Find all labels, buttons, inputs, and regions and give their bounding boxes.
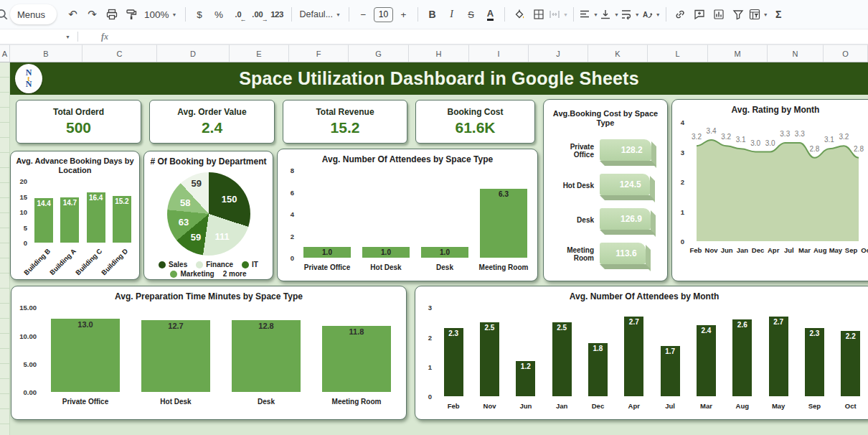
insert-comment-button[interactable] [691, 5, 709, 24]
name-box[interactable]: ▼ [0, 29, 77, 44]
bar: 1.0 [303, 247, 351, 258]
x-axis-label: Jul [784, 246, 794, 254]
bar-value-label: 2.3 [809, 329, 819, 337]
chart-advance-booking-days[interactable]: Avg. Advance Booking Days by Location 20… [10, 151, 140, 280]
x-axis-label: Dec [592, 402, 604, 410]
y-tick-label: 20 [19, 177, 27, 185]
x-axis-label: Aug [736, 402, 749, 410]
formula-input[interactable] [108, 29, 868, 44]
chart-booking-cost-by-space-type[interactable]: Avg.Booking Cost by Space Type Private O… [543, 99, 668, 281]
category-label: Private Office [548, 143, 600, 159]
column-header-N[interactable]: N [768, 45, 824, 62]
kpi-avg-order-value: Avg. Order Value 2.4 [149, 100, 275, 144]
font-size-input[interactable]: 10 [374, 7, 393, 22]
bar-row: Private Office128.2 [548, 135, 656, 167]
horizontal-align-button[interactable]: ▼ [579, 5, 598, 24]
svg-text:A: A [643, 11, 648, 19]
column-header-I[interactable]: I [469, 45, 529, 62]
insert-chart-button[interactable] [710, 5, 728, 24]
column-header-H[interactable]: H [409, 45, 469, 62]
column-header-D[interactable]: D [157, 45, 230, 62]
fill-color-button[interactable] [510, 5, 528, 24]
functions-button[interactable]: Σ [770, 5, 788, 24]
text-color-button[interactable]: A [481, 5, 499, 24]
bar-value-label: 1.2 [521, 362, 531, 370]
bar-value-label: 2.7 [773, 318, 783, 326]
column-header-O[interactable]: O [824, 45, 868, 62]
redo-button[interactable]: ↷ [83, 5, 101, 24]
x-axis-label: Desk [258, 398, 275, 406]
y-tick-label: 1 [428, 363, 432, 371]
chevron-down-icon: ▼ [172, 12, 177, 17]
undo-button[interactable]: ↶ [64, 5, 82, 24]
kpi-value: 15.2 [331, 119, 360, 136]
decrease-decimal-button[interactable]: .0← [230, 5, 247, 24]
bar-value-label: 14.4 [37, 200, 50, 207]
bar: 2.7 [769, 317, 788, 397]
column-header-E[interactable]: E [230, 45, 289, 62]
decrease-font-size-button[interactable]: − [354, 5, 372, 24]
y-tick-label: 0 [428, 393, 432, 401]
menus-button[interactable]: Menus [10, 4, 57, 24]
point-value-label: 3.0 [765, 139, 775, 147]
text-wrap-button[interactable]: ▼ [621, 5, 640, 24]
more-formats-button[interactable]: 123 [268, 5, 286, 24]
bar: 13.0 [51, 319, 120, 392]
x-axis-label: Sep [845, 246, 857, 254]
chart-attendees-by-space-type[interactable]: Avg. Number Of Attendees by Space Type 8… [277, 149, 538, 281]
chart-rating-by-month[interactable]: Avg. Rating by Month 432103.23.43.23.13.… [671, 99, 868, 281]
bar-3d: 128.2 [600, 139, 651, 161]
pie-slice-label: 111 [214, 230, 229, 241]
column-header-B[interactable]: B [10, 45, 82, 62]
chart-preparation-time[interactable]: Avg. Preparation Time Minutes by Space T… [11, 286, 407, 420]
chevron-down-icon: ▼ [65, 34, 70, 39]
vertical-align-button[interactable]: ▼ [600, 5, 619, 24]
increase-font-size-button[interactable]: + [395, 5, 412, 24]
kpi-value: 500 [66, 119, 91, 136]
filter-views-button[interactable]: ▼ [749, 5, 768, 24]
column-header-G[interactable]: G [349, 45, 409, 62]
chart-attendees-by-month[interactable]: Avg. Number Of Attendees by Month 32102.… [415, 286, 868, 420]
column-header-C[interactable]: C [82, 45, 157, 62]
italic-button[interactable]: I [443, 5, 461, 24]
chevron-down-icon: ▼ [563, 12, 568, 17]
increase-decimal-button[interactable]: .00→ [249, 5, 267, 24]
zoom-select[interactable]: 100%▼ [141, 5, 179, 24]
x-axis-label: Apr [628, 402, 640, 410]
bar-row: Hot Desk124.5 [548, 169, 656, 201]
y-tick-label: 15.00 [19, 304, 37, 312]
y-tick-label: 3 [428, 304, 432, 312]
column-header-K[interactable]: K [588, 45, 648, 62]
chart-bookings-by-department[interactable]: # Of Booking by Department 1501115963585… [143, 151, 273, 280]
kpi-value: 2.4 [202, 119, 222, 136]
bar-value-label: 1.0 [381, 248, 391, 256]
strikethrough-button[interactable]: S [462, 5, 480, 24]
column-header-M[interactable]: M [708, 45, 768, 62]
create-filter-button[interactable] [730, 5, 747, 24]
bar: 2.6 [732, 319, 752, 396]
column-header-L[interactable]: L [648, 45, 708, 62]
bar: 2.5 [552, 322, 572, 396]
bar-value-label: 15.2 [115, 197, 128, 205]
format-percent-button[interactable]: % [210, 5, 228, 24]
x-axis-label: Private Office [304, 263, 350, 271]
bar-value-label: 2.6 [737, 321, 747, 329]
insert-link-button[interactable] [671, 5, 689, 24]
number-format-select[interactable]: Defaul...▼ [297, 5, 344, 24]
text-rotation-button[interactable]: A▼ [641, 5, 661, 24]
borders-button[interactable] [529, 5, 547, 24]
column-header-F[interactable]: F [289, 45, 349, 62]
column-header-J[interactable]: J [529, 45, 588, 62]
format-currency-button[interactable]: $ [191, 5, 209, 24]
bar: 11.8 [322, 326, 391, 393]
paint-format-button[interactable] [122, 5, 140, 24]
merge-cells-button[interactable]: ▼ [549, 5, 568, 24]
formula-bar: ▼ fx [0, 29, 868, 45]
column-header-A[interactable]: A [0, 45, 10, 62]
y-tick-label: 0 [24, 239, 27, 247]
bar: 1.0 [421, 247, 468, 258]
spreadsheet-grid[interactable]: N t N Space Utilization Dashboard in Goo… [0, 62, 868, 435]
print-button[interactable] [103, 5, 121, 24]
bold-button[interactable]: B [423, 5, 441, 24]
point-value-label: 3.0 [750, 139, 760, 147]
